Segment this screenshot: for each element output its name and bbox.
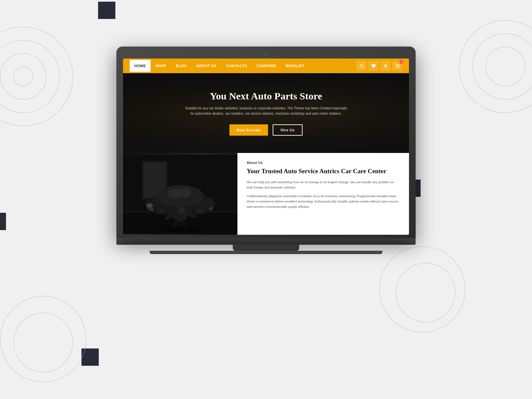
deco-square-1 (98, 2, 115, 19)
hero-section: You Next Auto Parts Store Suitable for a… (123, 73, 409, 153)
cart-icon-button[interactable]: 9 (392, 61, 402, 71)
svg-point-3 (397, 67, 397, 67)
svg-line-1 (362, 66, 363, 67)
nav-item-contacts[interactable]: CONTACTS (221, 60, 252, 72)
nav-actions: 9 (356, 61, 402, 71)
nav-item-blog[interactable]: BLOG (171, 60, 192, 72)
nav-item-shop[interactable]: SHOP (151, 60, 171, 72)
laptop: HOME SHOP BLOG ABOUT US CONTACTS COMPARE… (116, 47, 416, 254)
deco-circle-bl-1 (0, 296, 86, 382)
about-text-1: We can help you with everything from an … (247, 180, 400, 190)
laptop-screen: HOME SHOP BLOG ABOUT US CONTACTS COMPARE… (123, 59, 409, 235)
nav-item-home[interactable]: HOME (130, 60, 151, 72)
hero-buttons: New Arrivals Hire Us (229, 124, 303, 136)
laptop-base (116, 238, 416, 245)
laptop-camera (265, 53, 267, 56)
about-title: Your Trusted Auto Service Autrics Car Ca… (247, 167, 400, 176)
deco-circle-br-2 (396, 263, 456, 323)
website: HOME SHOP BLOG ABOUT US CONTACTS COMPARE… (123, 59, 409, 235)
svg-point-15 (147, 203, 153, 208)
deco-circle-left-1 (0, 27, 73, 126)
about-content: About Us Your Trusted Auto Service Autri… (237, 153, 409, 235)
about-section: About Us Your Trusted Auto Service Autri… (123, 153, 409, 235)
nav-item-compare[interactable]: COMPARE (252, 60, 281, 72)
hero-title: You Next Auto Parts Store (210, 90, 322, 102)
svg-point-18 (159, 209, 164, 212)
deco-circle-left-3 (0, 53, 47, 100)
about-image (123, 153, 237, 235)
hire-us-button[interactable]: Hire Us (273, 124, 303, 136)
deco-square-4 (81, 348, 99, 366)
nav-item-wishlist[interactable]: WISHLIST (281, 60, 309, 72)
svg-point-14 (180, 189, 191, 198)
deco-circle-left-2 (0, 40, 60, 113)
deco-circle-bl-2 (13, 313, 73, 372)
about-text-2: Collaboratively plagiarize extensible e-… (247, 194, 400, 209)
cart-badge: 9 (399, 60, 403, 64)
deco-circle-right-2 (472, 33, 532, 100)
wishlist-icon-button[interactable] (368, 61, 378, 71)
hero-subtitle: Suitable for any car dealer websites, bu… (183, 106, 349, 116)
nav-links: HOME SHOP BLOG ABOUT US CONTACTS COMPARE… (130, 60, 309, 72)
about-image-bg (123, 153, 237, 235)
svg-point-0 (360, 65, 363, 67)
nav-item-about[interactable]: ABOUT US (192, 60, 221, 72)
laptop-stand (233, 245, 299, 251)
deco-circle-right-3 (485, 47, 525, 86)
search-icon-button[interactable] (356, 61, 366, 71)
svg-point-4 (399, 67, 399, 67)
new-arrivals-button[interactable]: New Arrivals (229, 124, 268, 136)
svg-point-21 (197, 209, 202, 212)
deco-square-3 (0, 213, 6, 230)
deco-circle-right-1 (459, 20, 532, 113)
laptop-foot (150, 251, 382, 254)
svg-point-23 (178, 206, 186, 214)
deco-circle-br-1 (379, 246, 466, 332)
about-tag: About Us (247, 161, 400, 165)
svg-point-24 (161, 227, 200, 232)
svg-point-2 (385, 65, 386, 66)
navbar: HOME SHOP BLOG ABOUT US CONTACTS COMPARE… (123, 59, 409, 73)
deco-circle-left-4 (13, 66, 33, 86)
account-icon-button[interactable] (380, 61, 390, 71)
laptop-body: HOME SHOP BLOG ABOUT US CONTACTS COMPARE… (116, 47, 416, 238)
